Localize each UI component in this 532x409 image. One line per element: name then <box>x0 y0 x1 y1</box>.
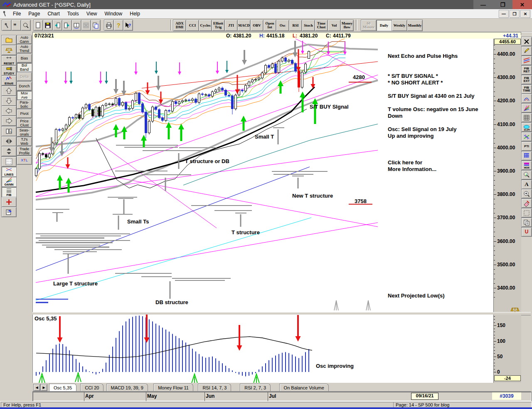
timeframe-button-60-minute[interactable]: 60 Minute <box>361 20 377 31</box>
right-tool-fib-time[interactable]: FIBTIME <box>521 84 532 94</box>
toolbar-button-helpptr[interactable]: ? <box>123 20 133 31</box>
toolbar-button-page[interactable] <box>33 20 43 31</box>
right-tool-text-tool[interactable]: A <box>521 180 532 189</box>
sidebar-tool-reset[interactable]: RESET <box>1 55 17 66</box>
tab-rsi-2-7-3[interactable]: RSI 2, 7, 3 <box>240 384 271 391</box>
right-tool-grid[interactable] <box>521 113 532 122</box>
right-tool-crossed-lines[interactable] <box>521 132 532 141</box>
sidebar-tool-arrow-right[interactable] <box>1 116 17 126</box>
menu-file[interactable]: File <box>9 10 25 18</box>
tab-rsi-14-7-3[interactable]: RSI 14, 7, 3 <box>198 384 231 391</box>
indicator-button-osc[interactable]: Osc <box>276 20 289 31</box>
timeframe-button-daily[interactable]: Daily <box>376 20 392 31</box>
indicator-button-jti[interactable]: JTI <box>224 20 238 31</box>
tab-macd-19-39-9[interactable]: MACD 19, 39, 9 <box>106 384 148 391</box>
toolbar-button-pages[interactable] <box>91 20 101 31</box>
timeframe-button-weekly[interactable]: Weekly <box>392 20 407 31</box>
tab-osc-5-35[interactable]: Osc 5,35 <box>49 384 76 391</box>
sidebar-study-seas--onals[interactable]: Seas- onals <box>17 128 32 137</box>
right-tool-pencil[interactable] <box>521 46 532 56</box>
projection-date-box[interactable]: 09/16/21 <box>411 393 438 400</box>
indicator-button-adx-dmi[interactable]: ADX DMI <box>173 20 186 31</box>
toolbar-button-printer[interactable] <box>104 20 114 31</box>
sidebar-study-price-clust[interactable]: Price Clust <box>17 119 32 128</box>
right-tool-search-1[interactable]: 1 <box>521 170 532 180</box>
tab-on-balance-volume[interactable]: On Balance Volume <box>279 384 329 391</box>
indicator-button-cci[interactable]: CCI <box>186 20 199 31</box>
right-tool-fib-ret[interactable]: FIBRET <box>521 65 532 75</box>
sidebar-tool-open-chart[interactable] <box>1 35 17 45</box>
indicator-button-elliott-trig[interactable]: Elliott Trig <box>212 20 225 31</box>
scales-icon[interactable] <box>510 306 520 311</box>
indicator-button-money-flow[interactable]: Money flow <box>340 20 354 31</box>
sidebar-study-para--bolic[interactable]: Para- bolic <box>17 100 32 109</box>
mdi-restore-button[interactable]: ❐ <box>510 10 520 18</box>
right-tool-zoom-in[interactable] <box>521 189 532 198</box>
mdi-close-button[interactable]: ✕ <box>520 10 530 18</box>
indicator-button-obv[interactable]: OBV <box>250 20 264 31</box>
menu-chart[interactable]: Chart <box>44 10 63 18</box>
menu-window[interactable]: Window <box>101 10 126 18</box>
sidebar-tool-h-split[interactable] <box>1 136 17 146</box>
sidebar-study-mov-ave[interactable]: Mov Ave <box>17 91 32 100</box>
restore-button[interactable]: ❐ <box>493 0 512 9</box>
indicator-button-rsi[interactable]: RSI <box>289 20 302 31</box>
toolbar-button-pgright[interactable] <box>62 20 72 31</box>
toolbar-button-save[interactable] <box>43 20 53 31</box>
sidebar-tool-arrow-down[interactable] <box>1 96 17 106</box>
right-tool-fib-arc[interactable] <box>521 94 532 103</box>
sidebar-tool-dot-grid[interactable] <box>1 156 17 167</box>
timeframe-button-monthly[interactable]: Monthly <box>407 20 423 31</box>
mdi-minimize-button[interactable]: — <box>499 10 509 18</box>
sidebar-tool-arrow-up[interactable] <box>1 86 17 96</box>
menu-page[interactable]: Page <box>25 10 44 18</box>
sidebar-tool-lines[interactable]: LINES <box>1 166 17 177</box>
sidebar-study-xtl[interactable]: XTL <box>17 156 32 165</box>
sidebar-tool-properties[interactable] <box>1 207 17 217</box>
sidebar-study-donch[interactable]: Donch <box>17 82 32 91</box>
sidebar-study-trade-profile[interactable]: Trade Profile <box>17 146 32 156</box>
sidebar-study-bol-band[interactable]: Bol Band <box>17 63 32 72</box>
minimize-button[interactable]: — <box>473 0 493 9</box>
right-tool-fib-ext[interactable]: FIBEXT <box>521 75 532 84</box>
sidebar-tool-fib[interactable]: FIB <box>1 187 17 197</box>
sidebar-study-delta[interactable]: Delta <box>17 72 32 81</box>
right-tool-mob[interactable]: MOB <box>521 161 532 170</box>
price-chart[interactable]: 42803758Next Echo and Pulse Highs* S/T B… <box>32 39 493 312</box>
indicator-button-time-clust[interactable]: Time Clust <box>315 20 328 31</box>
sidebar-tool-scales[interactable] <box>1 45 17 55</box>
sidebar-tool-study[interactable]: STUDY <box>1 65 17 76</box>
sidebar-tool-gann[interactable]: GANN <box>1 176 17 187</box>
indicator-button-cycles[interactable]: Cycles <box>199 20 212 31</box>
sidebar-study-pivot[interactable]: Pivot <box>17 109 32 118</box>
sidebar-tool-v-split[interactable] <box>1 146 17 156</box>
sidebar-tool-page-layout[interactable]: 1 <box>1 126 17 136</box>
right-tool-eraser[interactable] <box>521 198 532 208</box>
right-tool-parallel-lines[interactable] <box>521 56 532 65</box>
right-tool-copy[interactable] <box>521 218 532 227</box>
sidebar-tool-crosshair[interactable] <box>1 197 17 207</box>
menu-view[interactable]: View <box>83 10 101 18</box>
oscillator-chart[interactable]: Osc 5,35Osc improving <box>32 315 493 383</box>
right-tool-ellipse[interactable]: ELIPS <box>521 122 532 132</box>
sidebar-study-tj-s-web[interactable]: TJ's Web <box>17 137 32 146</box>
tab-scroll-right[interactable]: ▶ <box>40 384 47 391</box>
tab-money-flow-11[interactable]: Money Flow 11 <box>153 384 193 391</box>
child-window-icon[interactable] <box>2 10 7 17</box>
indicator-button-open-int[interactable]: Open Int <box>263 20 276 31</box>
tab-scroll-left[interactable]: ◀ <box>33 384 40 391</box>
toolbar-button-quotes[interactable]: ” <box>11 20 21 31</box>
toolbar-button-qmark[interactable]: ? <box>113 20 123 31</box>
right-tool-dashed-box[interactable] <box>521 208 532 218</box>
right-tool-close-x[interactable] <box>521 37 532 46</box>
tab-cci-20[interactable]: CCI 20 <box>80 384 103 391</box>
toolbar-button-book[interactable] <box>71 20 81 31</box>
toolbar-button-pgleft[interactable] <box>52 20 62 31</box>
close-button[interactable]: ✕ <box>512 0 532 9</box>
indicator-button-stoch[interactable]: Stoch <box>302 20 315 31</box>
sidebar-study-bias[interactable]: Bias <box>17 54 32 63</box>
menu-help[interactable]: Help <box>126 10 144 18</box>
sidebar-study-auto-trend[interactable]: Auto Trend <box>17 44 32 53</box>
right-tool-blue-grid[interactable] <box>521 151 532 161</box>
sidebar-tool-elliott[interactable]: Elliott <box>1 75 17 86</box>
